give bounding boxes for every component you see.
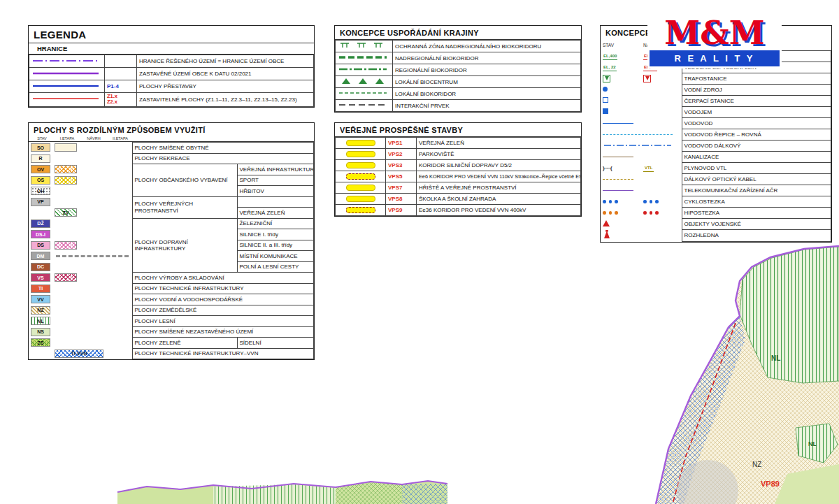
swatch-zs: ZS	[31, 338, 50, 347]
vps-corridor-swatch	[346, 207, 375, 213]
swatch-dsi: DS-I	[31, 230, 50, 238]
table-row: SO PLOCHY SMÍŠENÉ OBYTNÉ	[29, 143, 314, 154]
row-label: HIPOSTEZKA	[682, 207, 831, 218]
col-header-ietapa: I.ETAPA	[54, 136, 80, 141]
swatch-so-etapa	[55, 143, 77, 152]
row-label: DÁLKOVÝ OPTICKÝ KABEL	[682, 173, 831, 185]
table-row: DŽ PLOCHY DOPRAVNÍ INFRASTRUKTURY ŽELEZN…	[29, 218, 314, 229]
sub-label: POLNÍ A LESNÍ CESTY	[237, 261, 314, 273]
row-label: PARKOVIŠTĚ	[417, 149, 581, 160]
row-label: VODNÍ ZDROJ	[682, 84, 831, 95]
row-label: LOKÁLNÍ BIOKORIDOR	[393, 88, 581, 100]
lookout-tower-icon	[603, 230, 611, 239]
row-label: ROZHLEDNA	[682, 229, 831, 241]
table-row: Z1.x Z2.x ZASTAVITELNÉ PLOCHY (Z1.1–11, …	[29, 93, 314, 107]
row-label: VODOVOD	[682, 117, 831, 129]
sub-label: SILNICE II. a III. třídy	[237, 240, 314, 251]
col-header-iietapa: II.ETAPA	[107, 136, 134, 141]
table-row: OBJEKTY VOJENSKÉ	[601, 218, 831, 229]
table-row: HIPOSTEZKA	[601, 207, 831, 218]
sub-label: VEŘEJNÁ INFRASTRUKTURA	[237, 164, 314, 175]
vps-yellow-swatch	[346, 185, 375, 191]
row-code2: Z2.x	[107, 99, 134, 105]
table-row: ZASTAVĚNÉ ÚZEMÍ OBCE K DATU 02/2021	[29, 68, 314, 80]
table-row: VODNÍ ZDROJ	[601, 84, 831, 95]
bridleway-dots-stav-icon	[603, 210, 621, 216]
pumping-station-icon	[603, 97, 608, 103]
table-row: VS PLOCHY VÝROBY A SKLADOVÁNÍ	[29, 273, 314, 284]
table-row: VP PLOCHY VEŘEJNÝCH PROSTRANSTVÍ	[29, 196, 314, 208]
gas-pipeline-vtl-line-icon: VTL	[643, 165, 654, 172]
row-label: HRANICE ŘEŠENÉHO ÚZEMÍ = HRANICE ÚZEMÍ O…	[137, 55, 314, 68]
table-row: P1-4 PLOCHY PŘESTAVBY	[29, 80, 314, 93]
row-label: VODOVOD ŘEPICE – ROVNÁ	[682, 129, 831, 140]
swatch-ds-navrh	[55, 241, 77, 250]
cycleway-dots-navrh-icon	[643, 199, 661, 205]
vps-yellow-swatch	[346, 196, 375, 202]
sub-label	[237, 196, 314, 208]
table-row: TI-VVN PLOCHY TECHNICKÉ INFRASTRUKTURY–V…	[29, 348, 314, 359]
telecom-acr-line-icon	[603, 190, 633, 191]
table-row: NZ PLOCHY ZEMĚDĚLSKÉ	[29, 305, 314, 316]
row-label: PLOCHY SMÍŠENÉ OBYTNÉ	[132, 143, 314, 154]
swatch-dz: DŽ	[31, 219, 50, 228]
swatch-r: R	[31, 154, 50, 163]
trafostanice-stav-icon	[603, 75, 610, 82]
map-label-nz: NZ	[752, 461, 761, 468]
vps-panel: VEŘEJNĚ PROSPĚŠNÉ STAVBY VPS1 VEŘEJNÁ ZE…	[334, 122, 582, 217]
col-header-navrh: NÁVRH	[80, 136, 107, 141]
vps-code: VPS9	[386, 205, 417, 216]
map-area-bottom-left	[117, 481, 447, 504]
vps-code: VPS2	[386, 149, 417, 160]
table-row: VODOVOD ŘEPICE – ROVNÁ	[601, 129, 831, 140]
vps-table: VPS1 VEŘEJNÁ ZELEŇ VPS2 PARKOVIŠTĚ VPS3 …	[335, 137, 581, 216]
row-label: PLOCHY ZELENĚ	[132, 338, 237, 349]
local-biocentre-icon	[338, 77, 388, 85]
row-label: PLOCHY ZEMĚDĚLSKÉ	[132, 305, 314, 316]
group-label-dopravni: PLOCHY DOPRAVNÍ INFRASTRUKTURY	[132, 218, 237, 273]
row-label: PLOCHY SMÍŠENÉ NEZASTAVĚNÉHO ÚZEMÍ	[132, 326, 314, 338]
swatch-nl: NL	[31, 317, 50, 325]
vps-code: VPS1	[386, 138, 417, 149]
sub-label: HŘBITOV	[237, 186, 314, 197]
row-label: NADREGIONÁLNÍ BIOKORIDOR	[393, 52, 581, 64]
swatch-vv: VV	[31, 295, 50, 303]
swatch-zv: ZV	[55, 208, 77, 217]
logo-mm-text: M&M	[650, 18, 780, 49]
row-label: TELEKOMUNIKAČNÍ ZAŘÍZENÍ AČR	[682, 185, 831, 196]
sewer-line-icon	[603, 157, 633, 157]
dash-dot-boundary-line-icon	[31, 58, 100, 64]
plochy-table: SO PLOCHY SMÍŠENÉ OBYTNÉ R PLOCHY REKREA…	[29, 142, 314, 359]
row-label: KORIDOR SILNIČNÍ DOPRAVY D5/2	[417, 160, 581, 171]
vps-code: VPS5	[386, 171, 417, 182]
table-row: VODOVOD	[601, 117, 831, 129]
swatch-ti: TI	[31, 285, 50, 293]
row-label: Ee36 KORIDOR PRO VEDENÍ VVN 400kV	[417, 205, 581, 216]
table-row: KANALIZACE	[601, 151, 831, 162]
row-label: ŠKOLKA A ŠKOLNÍ ZAHRADA	[417, 194, 581, 205]
el400-stav-line-icon: EL,400	[603, 53, 617, 60]
row-label: Ee6 KORIDOR PRO VEDENÍ VVN 110kV Strakon…	[417, 171, 581, 182]
table-row: NADREGIONÁLNÍ BIOKORIDOR	[336, 52, 581, 64]
table-row: VPS1 VEŘEJNÁ ZELEŇ	[336, 138, 581, 149]
water-reservoir-icon	[603, 108, 608, 114]
swatch-ns: NS	[31, 328, 50, 336]
vps-yellow-swatch	[346, 162, 375, 168]
swatch-vp: VP	[31, 198, 50, 206]
table-row: R PLOCHY REKREACE	[29, 153, 314, 164]
row-label: CYKLOSTEZKA	[682, 196, 831, 207]
swatch-dm: DM	[31, 252, 50, 260]
table-row: DÁLKOVÝ OPTICKÝ KABEL	[601, 173, 831, 185]
bridleway-dots-navrh-icon	[643, 210, 661, 216]
row-label: REGIONÁLNÍ BIOKORIDOR	[393, 64, 581, 76]
regional-biocorridor-icon	[338, 65, 388, 73]
col-header-stav: STAV	[601, 39, 641, 50]
vps-corridor-swatch	[346, 173, 375, 180]
row-label: PLOCHY TECHNICKÉ INFRASTRUKTURY	[132, 283, 314, 294]
water-source-icon	[603, 87, 608, 92]
swatch-ti-vvn: TI-VVN	[55, 350, 103, 358]
swatch-vs-navrh	[55, 273, 77, 282]
vps-yellow-swatch	[346, 151, 375, 157]
sub-label: MÍSTNÍ KOMUNIKACE	[237, 251, 314, 262]
swatch-ov: OV	[31, 165, 50, 173]
